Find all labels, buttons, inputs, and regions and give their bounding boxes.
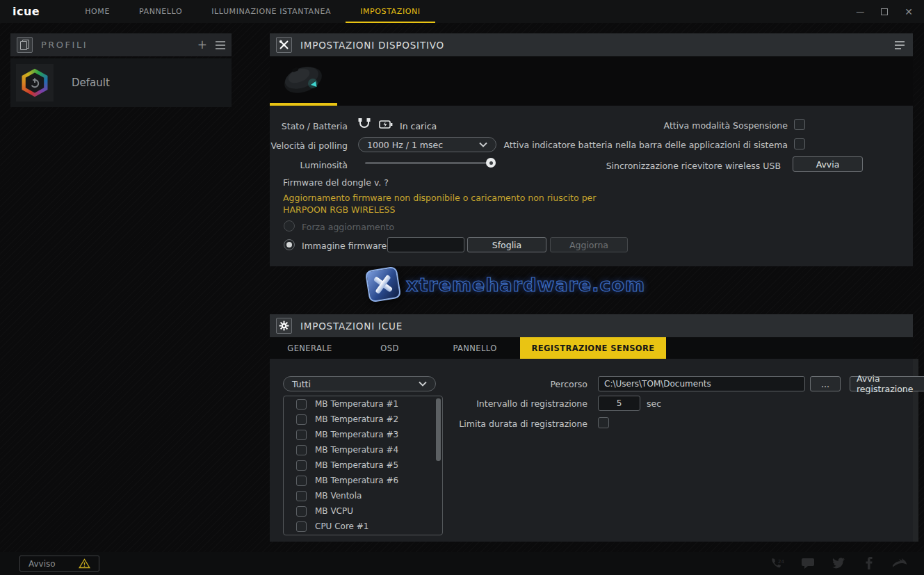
tab-generale[interactable]: GENERALE bbox=[270, 337, 350, 359]
svg-text:24: 24 bbox=[778, 559, 784, 565]
nav-illuminazione[interactable]: ILLUMINAZIONE ISTANTANEA bbox=[197, 0, 346, 23]
sensor-checkbox[interactable] bbox=[296, 521, 307, 532]
interval-unit-label: sec bbox=[647, 398, 661, 409]
interval-input[interactable] bbox=[598, 396, 640, 411]
firmware-version-text: Firmware del dongle v. ? bbox=[283, 177, 389, 188]
chevron-down-icon bbox=[479, 142, 487, 147]
nav-impostazioni[interactable]: IMPOSTAZIONI bbox=[346, 0, 435, 23]
browse-path-button[interactable]: ... bbox=[810, 376, 841, 391]
sensor-checkbox[interactable] bbox=[296, 476, 307, 486]
brightness-slider[interactable] bbox=[365, 158, 496, 168]
sensor-label: MB Temperatura #6 bbox=[315, 476, 398, 485]
tools-icon bbox=[276, 37, 292, 53]
profiles-title: PROFILI bbox=[41, 40, 88, 50]
polling-value: 1000 Hz / 1 msec bbox=[367, 140, 443, 150]
firmware-image-radio[interactable] bbox=[284, 239, 295, 250]
chat-icon[interactable] bbox=[800, 556, 816, 571]
force-update-radio[interactable] bbox=[284, 220, 295, 232]
sensor-checkbox[interactable] bbox=[296, 445, 307, 455]
mouse-image bbox=[274, 58, 333, 102]
icue-hex-logo-icon bbox=[20, 68, 49, 97]
sensor-checkbox[interactable] bbox=[296, 491, 307, 501]
profile-name: Default bbox=[72, 76, 110, 89]
maximize-icon[interactable] bbox=[881, 8, 888, 15]
update-firmware-button[interactable]: Aggiorna bbox=[550, 237, 628, 252]
tab-pannello[interactable]: PANNELLO bbox=[430, 337, 520, 359]
profile-item-default[interactable]: Default bbox=[10, 58, 232, 107]
usb-sync-start-button[interactable]: Avvia bbox=[793, 156, 863, 172]
notice-label: Avviso bbox=[29, 559, 56, 569]
icue-window: iCUE HOME PANNELLO ILLUMINAZIONE ISTANTA… bbox=[0, 0, 924, 575]
top-nav: iCUE HOME PANNELLO ILLUMINAZIONE ISTANTA… bbox=[0, 0, 924, 23]
sensor-row[interactable]: MB Temperatura #5 bbox=[284, 457, 442, 473]
minimize-icon[interactable]: — bbox=[856, 8, 864, 16]
sensor-row[interactable]: MB Temperatura #6 bbox=[284, 473, 442, 488]
brightness-label: Luminosità bbox=[270, 160, 348, 170]
tray-battery-checkbox[interactable] bbox=[794, 138, 805, 149]
profiles-panel: PROFILI + Default bbox=[10, 33, 232, 107]
xtremehardware-logo-icon bbox=[365, 266, 402, 303]
icue-settings-title: IMPOSTAZIONI ICUE bbox=[300, 321, 403, 332]
sensor-label: MB VCPU bbox=[315, 506, 353, 516]
sensor-row[interactable]: MB Temperatura #3 bbox=[284, 427, 442, 442]
profiles-menu-icon[interactable] bbox=[216, 41, 225, 49]
sensor-filter-value: Tutti bbox=[292, 379, 311, 389]
warning-icon bbox=[79, 558, 90, 569]
sensor-row[interactable]: MB Ventola bbox=[284, 488, 442, 503]
add-profile-icon[interactable]: + bbox=[197, 39, 207, 51]
sensor-checkbox[interactable] bbox=[296, 414, 307, 425]
support-phone-icon[interactable]: 24 bbox=[770, 556, 785, 571]
limit-duration-checkbox[interactable] bbox=[598, 417, 609, 428]
notice-button[interactable]: Avviso bbox=[19, 556, 99, 572]
gear-icon bbox=[276, 318, 292, 334]
sensor-filter-select[interactable]: Tutti bbox=[283, 376, 436, 391]
browse-firmware-button[interactable]: Sfoglia bbox=[467, 237, 546, 252]
sleep-mode-checkbox[interactable] bbox=[794, 119, 805, 130]
sensor-checkbox[interactable] bbox=[296, 460, 307, 471]
tab-registrazione-sensore[interactable]: REGISTRAZIONE SENSORE bbox=[520, 337, 666, 359]
sensor-row[interactable]: MB Temperatura #1 bbox=[284, 396, 442, 412]
sensor-checkbox[interactable] bbox=[296, 399, 307, 410]
path-label: Percorso bbox=[551, 379, 587, 389]
facebook-icon[interactable] bbox=[861, 556, 877, 571]
brightness-slider-knob[interactable] bbox=[486, 158, 496, 168]
firmware-warning-text: Aggiornamento firmware non disponibile o… bbox=[283, 192, 631, 216]
twitter-icon[interactable] bbox=[831, 556, 846, 571]
sensor-list: MB Temperatura #1 MB Temperatura #2 MB T… bbox=[283, 396, 443, 535]
chevron-down-icon bbox=[419, 381, 427, 387]
power-icon bbox=[29, 76, 41, 89]
sensor-label: MB Temperatura #1 bbox=[315, 399, 398, 409]
app-logo: iCUE bbox=[13, 5, 40, 18]
corsair-logo-icon[interactable] bbox=[892, 556, 907, 571]
sensor-label: MB Temperatura #3 bbox=[315, 430, 398, 439]
icue-tab-strip: GENERALE OSD PANNELLO REGISTRAZIONE SENS… bbox=[270, 337, 913, 359]
start-recording-button[interactable]: Avvia registrazione bbox=[850, 376, 924, 391]
sensor-label: CPU Core #1 bbox=[315, 521, 369, 531]
sensor-checkbox[interactable] bbox=[296, 430, 307, 440]
device-tab-strip bbox=[270, 56, 913, 106]
sensor-label: MB Temperatura #4 bbox=[315, 445, 398, 455]
sensor-row[interactable]: MB Temperatura #4 bbox=[284, 442, 442, 457]
device-menu-icon[interactable] bbox=[895, 41, 907, 49]
usb-cable-icon bbox=[357, 118, 372, 133]
sensor-row[interactable]: MB VCPU bbox=[284, 503, 442, 519]
social-links: 24 bbox=[770, 556, 907, 571]
sensor-list-scrollbar[interactable] bbox=[436, 398, 441, 461]
limit-duration-label: Limita durata di registrazione bbox=[459, 419, 587, 429]
sleep-mode-label: Attiva modalità Sospensione bbox=[664, 120, 788, 131]
watermark-text: xtremehardware.com bbox=[406, 274, 645, 295]
sensor-checkbox[interactable] bbox=[296, 506, 307, 517]
usb-sync-label: Sincronizzazione ricevitore wireless USB bbox=[606, 161, 781, 171]
device-tab-harpoon-mouse[interactable] bbox=[270, 56, 337, 106]
polling-select[interactable]: 1000 Hz / 1 msec bbox=[358, 137, 496, 152]
close-icon[interactable]: ✕ bbox=[905, 7, 913, 17]
sensor-row[interactable]: CPU Core #1 bbox=[284, 519, 442, 534]
nav-pannello[interactable]: PANNELLO bbox=[124, 0, 197, 23]
nav-home[interactable]: HOME bbox=[70, 0, 124, 23]
tab-osd[interactable]: OSD bbox=[350, 337, 430, 359]
main-nav: HOME PANNELLO ILLUMINAZIONE ISTANTANEA I… bbox=[70, 0, 435, 23]
path-input[interactable] bbox=[598, 376, 805, 391]
sensor-row[interactable]: MB Temperatura #2 bbox=[284, 412, 442, 427]
device-settings-header: IMPOSTAZIONI DISPOSITIVO bbox=[270, 33, 913, 56]
firmware-image-input[interactable] bbox=[387, 237, 464, 252]
